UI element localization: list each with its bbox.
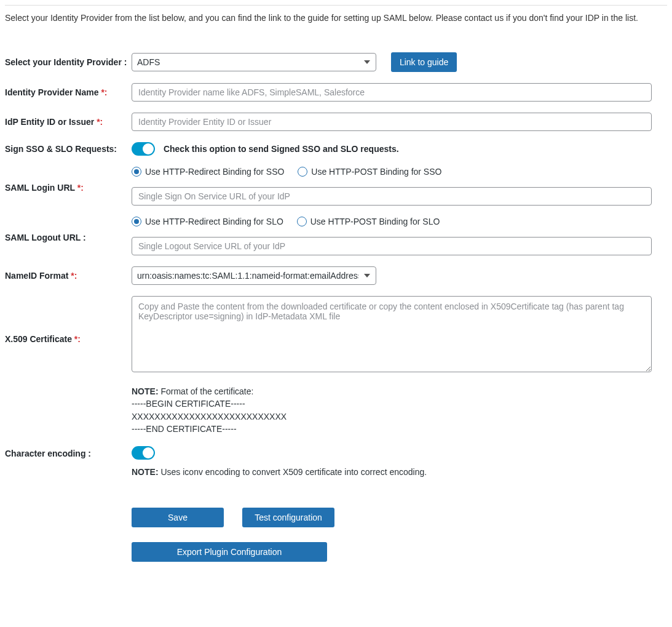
slo-post-radio[interactable] (297, 217, 307, 226)
row-saml-logout: SAML Logout URL : Use HTTP-Redirect Bind… (5, 217, 667, 255)
char-encoding-toggle[interactable] (132, 446, 155, 460)
sso-post-radio[interactable] (298, 167, 307, 177)
row-idp-entity: IdP Entity ID or Issuer *: (5, 113, 667, 131)
row-saml-login: SAML Login URL *: Use HTTP-Redirect Bind… (5, 167, 667, 206)
saml-logout-input[interactable] (132, 237, 652, 255)
sso-redirect-label: Use HTTP-Redirect Binding for SSO (145, 167, 284, 177)
slo-redirect-radio[interactable] (132, 217, 141, 226)
char-encoding-note: NOTE: Uses iconv encoding to convert X50… (132, 466, 652, 478)
label-saml-logout: SAML Logout URL : (5, 217, 132, 242)
idp-name-input[interactable] (132, 83, 652, 102)
nameid-select[interactable]: urn:oasis:names:tc:SAML:1.1:nameid-forma… (132, 266, 376, 285)
sso-post-label: Use HTTP-POST Binding for SSO (311, 167, 441, 177)
label-char-encoding: Character encoding : (5, 446, 132, 458)
save-button[interactable]: Save (132, 508, 224, 527)
row-x509: X.509 Certificate *: NOTE: Format of the… (5, 296, 667, 435)
slo-redirect-label: Use HTTP-Redirect Binding for SLO (145, 217, 283, 226)
link-to-guide-button[interactable]: Link to guide (391, 52, 457, 72)
row-nameid: NameID Format *: urn:oasis:names:tc:SAML… (5, 266, 667, 285)
x509-note: NOTE: Format of the certificate: -----BE… (132, 385, 652, 435)
test-configuration-button[interactable]: Test configuration (242, 508, 334, 527)
row-sign-requests: Sign SSO & SLO Requests: Check this opti… (5, 142, 667, 156)
label-nameid: NameID Format *: (5, 271, 132, 281)
select-idp[interactable]: ADFS (132, 53, 376, 71)
label-sign-requests: Sign SSO & SLO Requests: (5, 144, 132, 154)
idp-entity-input[interactable] (132, 113, 652, 131)
label-idp-entity: IdP Entity ID or Issuer *: (5, 117, 132, 127)
x509-textarea[interactable] (132, 296, 652, 372)
intro-text: Select your Identity Provider from the l… (5, 5, 667, 41)
slo-post-label: Use HTTP-POST Binding for SLO (310, 217, 440, 226)
row-idp-name: Identity Provider Name *: (5, 83, 667, 102)
label-select-idp: Select your Identity Provider : (5, 57, 132, 67)
label-saml-login: SAML Login URL *: (5, 167, 132, 193)
label-idp-name: Identity Provider Name *: (5, 87, 132, 97)
sign-requests-toggle[interactable] (132, 142, 155, 156)
sign-requests-help: Check this option to send Signed SSO and… (164, 144, 399, 154)
row-select-idp: Select your Identity Provider : ADFS Lin… (5, 52, 667, 72)
row-char-encoding: Character encoding : NOTE: Uses iconv en… (5, 446, 667, 478)
sso-redirect-radio[interactable] (132, 167, 141, 177)
export-plugin-configuration-button[interactable]: Export Plugin Configuration (132, 542, 327, 562)
saml-login-input[interactable] (132, 187, 652, 206)
label-x509: X.509 Certificate *: (5, 296, 132, 344)
row-actions: Save Test configuration Export Plugin Co… (5, 489, 667, 562)
